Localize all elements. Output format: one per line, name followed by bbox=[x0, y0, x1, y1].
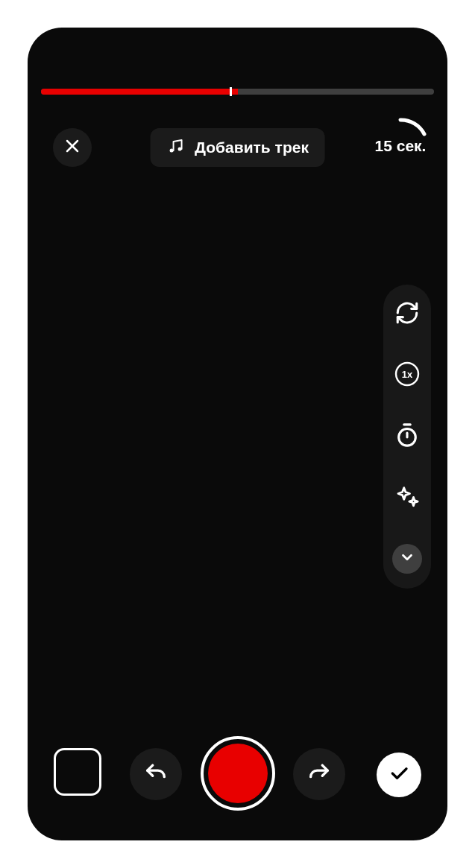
expand-tools-button[interactable] bbox=[392, 544, 422, 574]
speed-icon: 1x bbox=[394, 361, 421, 390]
timer-icon bbox=[394, 422, 420, 451]
svg-text:1x: 1x bbox=[402, 369, 413, 380]
recording-progress-track[interactable] bbox=[41, 89, 434, 95]
camera-screen: Добавить трек 15 сек. 1x bbox=[28, 28, 447, 840]
redo-icon bbox=[306, 760, 332, 788]
close-icon bbox=[63, 137, 81, 158]
svg-point-2 bbox=[169, 148, 173, 152]
record-icon bbox=[208, 744, 268, 803]
music-note-icon bbox=[166, 137, 184, 159]
undo-icon bbox=[143, 760, 169, 788]
flip-camera-icon bbox=[394, 300, 420, 329]
duration-selector[interactable]: 15 сек. bbox=[370, 115, 431, 177]
undo-button[interactable] bbox=[130, 748, 182, 800]
effects-button[interactable] bbox=[392, 483, 422, 513]
check-icon bbox=[388, 762, 410, 788]
recording-progress-fill bbox=[41, 89, 238, 95]
camera-tools-toolbar: 1x bbox=[383, 285, 431, 589]
sparkle-icon bbox=[394, 484, 420, 512]
add-track-label: Добавить трек bbox=[195, 139, 309, 156]
svg-point-3 bbox=[177, 147, 181, 151]
confirm-button[interactable] bbox=[377, 753, 421, 797]
recording-progress-marker bbox=[230, 87, 232, 96]
add-track-button[interactable]: Добавить трек bbox=[150, 128, 325, 167]
timer-button[interactable] bbox=[392, 422, 422, 452]
speed-button[interactable]: 1x bbox=[392, 361, 422, 390]
redo-button[interactable] bbox=[293, 748, 345, 800]
duration-label: 15 сек. bbox=[375, 137, 427, 155]
record-button[interactable] bbox=[201, 736, 275, 811]
close-button[interactable] bbox=[53, 128, 92, 167]
stop-button[interactable] bbox=[54, 748, 101, 796]
flip-camera-button[interactable] bbox=[392, 300, 422, 329]
chevron-down-icon bbox=[399, 549, 415, 568]
